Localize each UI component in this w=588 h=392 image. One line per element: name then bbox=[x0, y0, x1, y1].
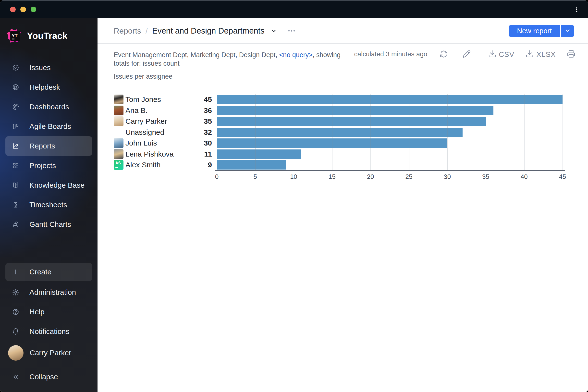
chart-row: Tom Jones 45 bbox=[98, 94, 588, 105]
sidebar-item-label: Timesheets bbox=[30, 201, 67, 209]
report-title[interactable]: Event and Design Departments bbox=[152, 26, 264, 36]
kebab-vertical-icon[interactable] bbox=[572, 0, 582, 19]
app-window: YT YouTrack Issues Helpdesk Dashboards A… bbox=[0, 0, 588, 392]
refresh-button[interactable] bbox=[440, 50, 448, 59]
app-title: YouTrack bbox=[27, 31, 68, 41]
sidebar-item-label: Notifications bbox=[30, 327, 69, 336]
sidebar-item-agile-boards[interactable]: Agile Boards bbox=[0, 116, 98, 136]
sidebar-item-administration[interactable]: Administration bbox=[0, 282, 98, 302]
minimize-window-button[interactable] bbox=[20, 6, 26, 12]
x-tick-5: 5 bbox=[254, 173, 257, 180]
sidebar-item-label: Helpdesk bbox=[30, 83, 60, 92]
main-content: Reports / Event and Design Departments N… bbox=[98, 18, 588, 392]
breadcrumb-separator: / bbox=[146, 26, 148, 36]
sidebar-item-issues[interactable]: Issues bbox=[0, 58, 98, 78]
x-tick-35: 35 bbox=[482, 173, 489, 180]
x-tick-15: 15 bbox=[328, 173, 336, 180]
export-csv-button[interactable]: CSV bbox=[488, 50, 514, 59]
xlsx-label: XLSX bbox=[536, 50, 556, 58]
x-tick-30: 30 bbox=[444, 173, 451, 180]
issues-per-assignee-chart: Tom Jones 45 Ana B. 36 Carry Parker 35 U… bbox=[98, 94, 588, 192]
sidebar-item-label: Issues bbox=[30, 64, 51, 72]
dashboards-icon bbox=[12, 103, 19, 110]
sidebar-item-dashboards[interactable]: Dashboards bbox=[0, 97, 98, 116]
sidebar-item-label: Help bbox=[30, 308, 44, 316]
assignee-avatar bbox=[114, 149, 124, 159]
printer-icon bbox=[567, 50, 575, 59]
x-tick-40: 40 bbox=[520, 173, 528, 180]
sidebar-item-label: Knowledge Base bbox=[30, 181, 84, 190]
sidebar-item-reports[interactable]: Reports bbox=[6, 136, 92, 156]
assignee-name: Alex Smith bbox=[126, 161, 196, 169]
help-circle-icon bbox=[12, 308, 19, 316]
youtrack-logo[interactable]: YT YouTrack bbox=[6, 28, 68, 44]
bar bbox=[217, 160, 286, 170]
bar bbox=[217, 95, 562, 104]
chart-row: AS Alex Smith 9 bbox=[98, 160, 588, 170]
youtrack-logo-icon: YT bbox=[6, 28, 22, 44]
calculated-timestamp: calculated 3 minutes ago bbox=[354, 50, 427, 58]
sidebar-item-timesheets[interactable]: Timesheets bbox=[0, 195, 98, 214]
assignee-value: 45 bbox=[196, 95, 212, 104]
assignee-name: John Luis bbox=[126, 139, 196, 147]
sidebar-item-help[interactable]: Help bbox=[0, 302, 98, 322]
gantt-charts-icon bbox=[12, 221, 19, 228]
reports-chart-icon bbox=[12, 142, 19, 150]
assignee-value: 11 bbox=[196, 150, 212, 158]
zoom-window-button[interactable] bbox=[30, 6, 36, 12]
sidebar-item-helpdesk[interactable]: Helpdesk bbox=[0, 78, 98, 97]
x-tick-20: 20 bbox=[367, 173, 374, 180]
page-header: Reports / Event and Design Departments N… bbox=[98, 18, 588, 43]
titlebar bbox=[0, 0, 588, 18]
chart-row: Unassigned 32 bbox=[98, 127, 588, 138]
sidebar-nav: Issues Helpdesk Dashboards Agile Boards … bbox=[0, 58, 98, 234]
assignee-value: 9 bbox=[196, 161, 212, 169]
assignee-avatar bbox=[114, 116, 124, 126]
refresh-icon bbox=[440, 50, 448, 59]
print-button[interactable] bbox=[567, 50, 575, 59]
issues-check-icon bbox=[12, 64, 19, 71]
svg-text:YT: YT bbox=[12, 33, 18, 38]
new-report-button[interactable]: New report bbox=[508, 25, 560, 37]
ellipsis-icon[interactable] bbox=[287, 26, 296, 35]
knowledge-base-book-icon bbox=[12, 182, 19, 189]
x-tick-0: 0 bbox=[215, 173, 218, 180]
query-link[interactable]: <no query> bbox=[279, 51, 312, 58]
helpdesk-lifebuoy-icon bbox=[12, 84, 19, 91]
breadcrumb: Reports / Event and Design Departments bbox=[114, 26, 508, 36]
bar bbox=[217, 116, 486, 126]
sidebar-footer-nav: Administration Help Notifications bbox=[0, 282, 98, 341]
sidebar-item-label: Reports bbox=[30, 142, 55, 150]
assignee-avatar-initials: AS bbox=[114, 160, 124, 170]
assignee-name: Unassigned bbox=[126, 128, 196, 136]
sidebar-item-notifications[interactable]: Notifications bbox=[0, 322, 98, 341]
sidebar-bottom: Create Administration Help Notifications… bbox=[0, 263, 98, 386]
sidebar-item-gantt-charts[interactable]: Gantt Charts bbox=[0, 214, 98, 234]
create-button[interactable]: Create bbox=[6, 263, 92, 281]
chart-row: John Luis 30 bbox=[98, 138, 588, 149]
assignee-value: 30 bbox=[196, 139, 212, 147]
bar bbox=[217, 106, 494, 115]
plus-icon bbox=[12, 268, 19, 276]
user-menu[interactable]: Carry Parker bbox=[0, 341, 98, 364]
csv-label: CSV bbox=[499, 50, 514, 58]
timesheets-hourglass-icon bbox=[12, 201, 19, 208]
sidebar-item-projects[interactable]: Projects bbox=[0, 156, 98, 176]
x-tick-45: 45 bbox=[559, 173, 566, 180]
assignee-value: 36 bbox=[196, 106, 212, 115]
close-window-button[interactable] bbox=[10, 6, 16, 12]
sidebar-item-label: Dashboards bbox=[30, 103, 69, 111]
chevron-down-icon[interactable] bbox=[270, 27, 277, 34]
collapse-label: Collapse bbox=[30, 373, 58, 381]
bar bbox=[217, 138, 447, 148]
breadcrumb-reports-link[interactable]: Reports bbox=[114, 26, 141, 36]
sidebar-item-knowledge-base[interactable]: Knowledge Base bbox=[0, 176, 98, 195]
new-report-dropdown-button[interactable] bbox=[561, 25, 574, 37]
collapse-chevrons-icon bbox=[12, 373, 19, 380]
edit-report-button[interactable] bbox=[462, 50, 471, 59]
assignee-avatar bbox=[114, 138, 124, 148]
collapse-sidebar-button[interactable]: Collapse bbox=[0, 367, 98, 386]
create-label: Create bbox=[30, 268, 52, 276]
traffic-lights bbox=[10, 6, 36, 12]
export-xlsx-button[interactable]: XLSX bbox=[526, 50, 556, 59]
